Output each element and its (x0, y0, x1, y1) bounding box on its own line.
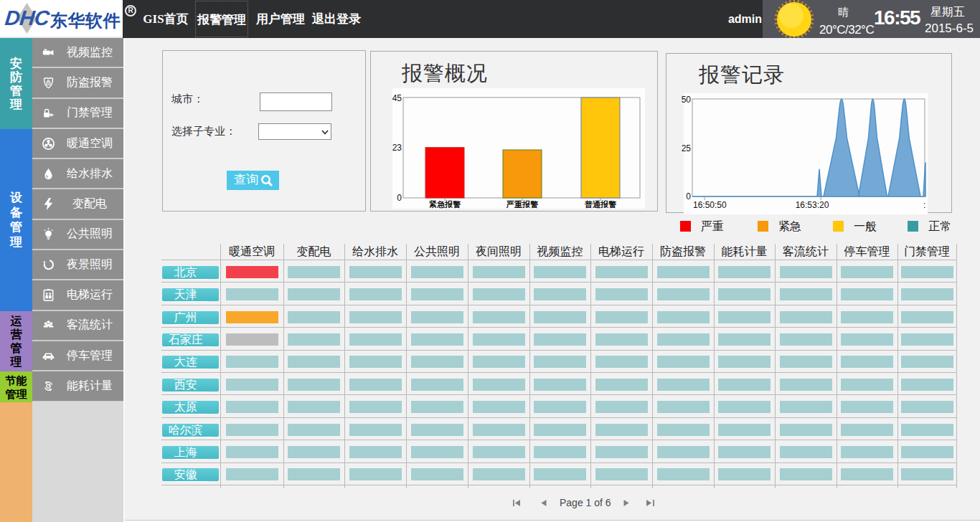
svg-text:25: 25 (682, 143, 692, 153)
svg-text::: : (923, 200, 925, 210)
svg-text:16:50:50: 16:50:50 (693, 200, 727, 210)
svg-text:16:53:20: 16:53:20 (796, 200, 829, 210)
svg-text:紧急报警: 紧急报警 (429, 200, 461, 209)
svg-text:45: 45 (392, 93, 402, 103)
svg-text:50: 50 (682, 95, 692, 105)
svg-text:普通报警: 普通报警 (584, 200, 617, 209)
svg-text:23: 23 (392, 143, 402, 153)
svg-text:严重报警: 严重报警 (506, 200, 539, 209)
svg-text:0: 0 (686, 191, 691, 201)
svg-text:0: 0 (397, 193, 402, 203)
